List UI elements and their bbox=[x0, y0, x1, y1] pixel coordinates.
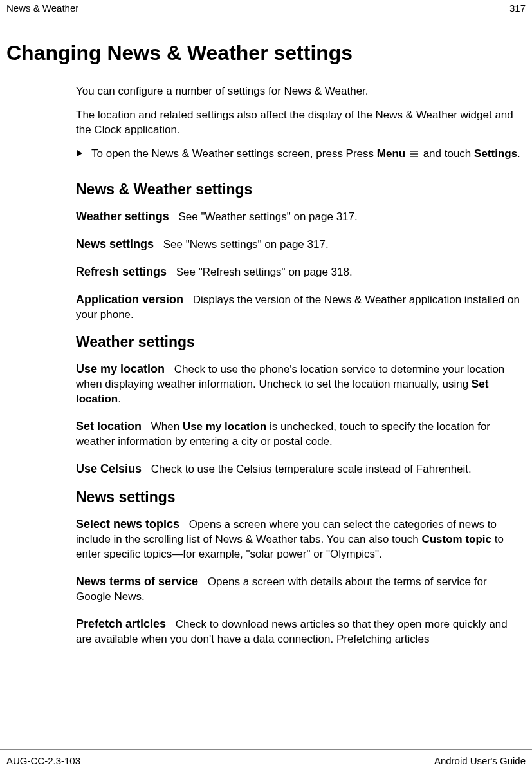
step-post: . bbox=[517, 147, 520, 160]
setting-set-location: Set location When Use my location is unc… bbox=[76, 418, 520, 449]
menu-icon bbox=[410, 150, 419, 158]
setting-use-my-location: Use my location Check to use the phone's… bbox=[76, 361, 520, 407]
svg-rect-1 bbox=[410, 153, 418, 155]
svg-rect-2 bbox=[410, 156, 418, 157]
desc-post: . bbox=[118, 393, 121, 405]
custom-topic-keyword: Custom topic bbox=[421, 533, 491, 545]
setting-weather-settings: Weather settings See "Weather settings" … bbox=[76, 209, 520, 225]
setting-title: Weather settings bbox=[76, 210, 169, 223]
step-pre: To open the News & Weather settings scre… bbox=[91, 147, 377, 160]
setting-title: Application version bbox=[76, 293, 183, 306]
play-icon bbox=[76, 147, 84, 160]
setting-desc: See "Refresh settings" on page 318. bbox=[176, 266, 353, 278]
setting-title: Prefetch articles bbox=[76, 617, 166, 630]
step-mid: and touch bbox=[420, 147, 474, 160]
setting-desc: See "Weather settings" on page 317. bbox=[178, 211, 357, 223]
page-title: Changing News & Weather settings bbox=[6, 41, 526, 65]
page-header: News & Weather 317 bbox=[0, 0, 532, 19]
setting-select-news-topics: Select news topics Opens a screen where … bbox=[76, 516, 520, 562]
setting-use-celsius: Use Celsius Check to use the Celsius tem… bbox=[76, 461, 520, 477]
setting-application-version: Application version Displays the version… bbox=[76, 292, 520, 323]
setting-news-settings: News settings See "News settings" on pag… bbox=[76, 236, 520, 252]
menu-keyword: Menu bbox=[377, 147, 405, 160]
setting-news-terms: News terms of service Opens a screen wit… bbox=[76, 574, 520, 605]
setting-desc: Check to use the Celsius temperature sca… bbox=[151, 463, 472, 475]
heading-news-settings: News settings bbox=[76, 489, 520, 506]
instruction-text: To open the News & Weather settings scre… bbox=[91, 147, 520, 162]
desc-pre: When bbox=[151, 420, 183, 433]
setting-title: Refresh settings bbox=[76, 265, 167, 278]
setting-title: Set location bbox=[76, 420, 142, 433]
header-page-number: 317 bbox=[509, 3, 526, 14]
intro-paragraph-2: The location and related settings also a… bbox=[76, 108, 520, 138]
setting-title: Select news topics bbox=[76, 518, 179, 531]
setting-desc: See "News settings" on page 317. bbox=[163, 238, 329, 250]
footer-doc-id: AUG-CC-2.3-103 bbox=[6, 755, 80, 766]
intro-paragraph-1: You can configure a number of settings f… bbox=[76, 84, 520, 99]
setting-refresh-settings: Refresh settings See "Refresh settings" … bbox=[76, 264, 520, 280]
settings-keyword: Settings bbox=[474, 147, 517, 160]
setting-title: Use my location bbox=[76, 362, 165, 375]
heading-nw-settings: News & Weather settings bbox=[76, 181, 520, 198]
page-footer: AUG-CC-2.3-103 Android User's Guide bbox=[0, 749, 532, 770]
instruction-step: To open the News & Weather settings scre… bbox=[76, 147, 520, 162]
setting-title: News terms of service bbox=[76, 575, 198, 588]
use-my-location-keyword: Use my location bbox=[183, 420, 266, 433]
footer-guide-name: Android User's Guide bbox=[434, 755, 526, 766]
setting-title: News settings bbox=[76, 238, 154, 250]
header-section: News & Weather bbox=[6, 3, 78, 14]
setting-title: Use Celsius bbox=[76, 462, 142, 475]
page-content: Changing News & Weather settings You can… bbox=[0, 41, 532, 647]
heading-weather-settings: Weather settings bbox=[76, 333, 520, 351]
svg-rect-0 bbox=[410, 151, 418, 152]
setting-prefetch-articles: Prefetch articles Check to download news… bbox=[76, 616, 520, 647]
